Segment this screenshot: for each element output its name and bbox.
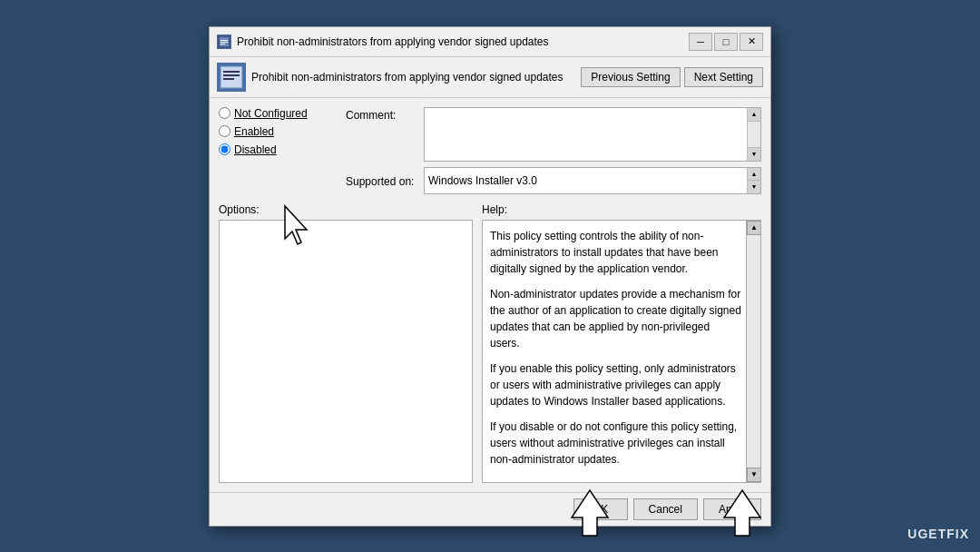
title-bar-text: Prohibit non-administrators from applyin… [237, 35, 683, 48]
help-label: Help: [482, 203, 761, 216]
watermark: UGETFIX [907, 527, 969, 541]
supported-scrollbar: ▲ ▼ [747, 168, 760, 193]
enabled-radio[interactable] [219, 125, 230, 137]
bottom-area: Options: Help: This policy setting contr… [210, 203, 770, 492]
dialog-footer: OK Cancel Apply [210, 492, 770, 526]
dialog-content: Not Configured Enabled Disabled Comment:… [210, 98, 770, 203]
not-configured-option[interactable]: Not Configured [219, 107, 337, 120]
supported-row: Supported on: Windows Installer v3.0 ▲ ▼ [346, 167, 761, 194]
comment-scroll-down[interactable]: ▼ [748, 147, 760, 161]
right-panel: Comment: ▲ ▼ Supported on: Windows Insta… [346, 107, 761, 194]
help-box: This policy setting controls the ability… [482, 220, 761, 483]
svg-rect-5 [223, 71, 240, 73]
help-scroll-down[interactable]: ▼ [747, 468, 761, 482]
policy-icon [217, 63, 246, 92]
supported-label: Supported on: [346, 173, 418, 188]
help-p4: If you disable or do not configure this … [490, 419, 742, 468]
help-text: This policy setting controls the ability… [483, 221, 760, 483]
comment-scrollbar: ▲ ▼ [747, 108, 760, 161]
comment-label: Comment: [346, 107, 418, 122]
dialog-header: Prohibit non-administrators from applyin… [210, 57, 770, 98]
cancel-button[interactable]: Cancel [633, 498, 698, 520]
svg-rect-3 [220, 44, 225, 44]
enabled-option[interactable]: Enabled [219, 125, 337, 138]
options-label: Options: [219, 203, 473, 216]
comment-scroll-up[interactable]: ▲ [748, 108, 760, 122]
help-p1: This policy setting controls the ability… [490, 228, 742, 277]
header-buttons: Previous Setting Next Setting [581, 67, 763, 87]
dialog-header-title: Prohibit non-administrators from applyin… [251, 71, 575, 84]
next-setting-button[interactable]: Next Setting [684, 67, 763, 87]
enabled-label[interactable]: Enabled [234, 125, 274, 138]
title-bar-icon [217, 34, 231, 49]
disabled-label[interactable]: Disabled [234, 143, 277, 156]
not-configured-label[interactable]: Not Configured [234, 107, 308, 120]
apply-button[interactable]: Apply [703, 498, 761, 520]
help-section: Help: This policy setting controls the a… [482, 203, 761, 483]
maximize-button[interactable]: □ [714, 33, 738, 51]
svg-rect-2 [220, 42, 228, 43]
minimize-button[interactable]: ─ [689, 33, 712, 51]
svg-rect-4 [220, 66, 242, 88]
help-scroll-track [747, 235, 760, 468]
disabled-option[interactable]: Disabled [219, 143, 337, 156]
disabled-radio[interactable] [219, 143, 230, 155]
ok-button[interactable]: OK [573, 498, 628, 520]
options-section: Options: [219, 203, 473, 483]
supported-box: Windows Installer v3.0 ▲ ▼ [424, 167, 761, 194]
supported-scroll-down[interactable]: ▼ [748, 180, 760, 193]
comment-box: ▲ ▼ [424, 107, 761, 162]
svg-rect-7 [223, 78, 234, 80]
help-p3: If you enable this policy setting, only … [490, 360, 742, 409]
supported-value: Windows Installer v3.0 [428, 174, 537, 187]
options-box [219, 220, 473, 483]
previous-setting-button[interactable]: Previous Setting [581, 67, 680, 87]
main-dialog: Prohibit non-administrators from applyin… [209, 26, 771, 527]
title-bar: Prohibit non-administrators from applyin… [210, 27, 770, 57]
help-p2: Non-administrator updates provide a mech… [490, 286, 742, 351]
not-configured-radio[interactable] [219, 107, 230, 119]
help-scroll-up[interactable]: ▲ [747, 221, 761, 235]
svg-rect-6 [223, 74, 240, 76]
left-panel: Not Configured Enabled Disabled [219, 107, 337, 194]
title-bar-controls: ─ □ ✕ [689, 33, 763, 51]
svg-rect-1 [220, 40, 228, 41]
help-scrollbar: ▲ ▼ [746, 221, 760, 482]
comment-row: Comment: ▲ ▼ [346, 107, 761, 162]
close-button[interactable]: ✕ [740, 33, 763, 51]
